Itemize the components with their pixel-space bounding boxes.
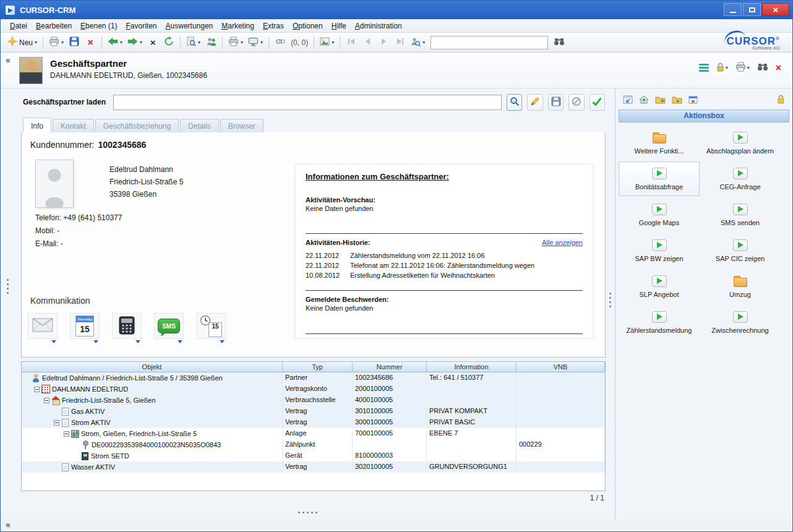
calendar-remove-button[interactable] [688,95,698,106]
header-close-button[interactable]: × [776,63,781,73]
screen-button[interactable]: ▾ [246,35,265,51]
confirm-button[interactable] [589,94,605,111]
action-item[interactable]: SLP Angebot [619,269,700,304]
tab[interactable]: Info [23,118,51,133]
tab[interactable]: Details [180,119,219,132]
refresh-button[interactable] [161,35,176,51]
collapse-bottom-button[interactable]: « [6,520,11,529]
forward-button[interactable]: ▾ [126,35,144,51]
image-button[interactable]: ▾ [318,35,336,51]
expander-icon[interactable] [54,420,59,426]
tab[interactable]: Kontakt [53,119,94,132]
aktionsbox-lock-button[interactable] [777,95,785,106]
folder-add-button[interactable] [655,95,666,106]
alle-anzeigen-link[interactable]: Alle anzeigen [542,239,583,246]
header-print-button[interactable]: ▾ [735,62,750,74]
tab[interactable]: Geschäftsbeziehung [95,119,179,132]
link-button[interactable] [273,35,288,51]
save-button[interactable] [67,35,82,51]
table-row[interactable]: Edeltrud Dahlmann / Friedrich-List-Straß… [22,372,605,384]
action-item[interactable]: Bonitätsabfrage [619,161,700,196]
lock-button[interactable]: ▾ [716,62,728,74]
menu-item[interactable]: Bearbeiten [32,20,76,32]
action-item[interactable]: Abschlagsplan ändern [700,126,781,160]
dropdown-caret-icon[interactable] [178,340,182,343]
nav-prev-button[interactable] [360,35,375,51]
menu-item[interactable]: Auswertungen [161,20,218,32]
save-record-button[interactable] [548,94,564,111]
action-item[interactable]: SAP BW zeigen [619,233,700,268]
task-action-button[interactable]: 15 [196,313,226,339]
back-button[interactable]: ▾ [106,35,124,51]
layout-menu-button[interactable] [699,64,709,72]
tab[interactable]: Browser [220,119,264,132]
menu-item[interactable]: Hilfe [327,20,351,32]
folder-run-button[interactable] [672,95,682,106]
close-button[interactable]: × [762,3,789,16]
column-header[interactable]: VNB [517,362,605,372]
table-row[interactable]: Gas AKTIV Vertrag 3010100005 PRIVAT KOMP… [22,406,605,417]
action-item[interactable]: Google Maps [619,197,700,232]
table-row[interactable]: DE000229353984000100023N5035O0843 Zählpu… [22,439,605,450]
action-item[interactable]: SAP CIC zeigen [700,233,781,268]
column-header[interactable]: Nummer [353,362,427,372]
action-item[interactable]: SMS senden [700,197,781,232]
menu-item[interactable]: Optionen [288,20,327,32]
right-splitter-handle[interactable] [609,293,611,310]
cancel-edit-button[interactable] [568,94,584,111]
search-button[interactable] [507,94,522,111]
email-action-button[interactable] [28,313,58,339]
column-header[interactable]: Objekt [22,362,283,372]
menu-item[interactable]: Administration [351,20,406,32]
action-item[interactable]: Zählerstandsmeldung [619,305,700,340]
sms-action-button[interactable]: SMS [154,313,184,339]
header-search-button[interactable] [757,62,768,73]
action-item[interactable]: Weitere Funkti... [619,126,700,160]
table-row[interactable]: Strom, Gießen, Friedrich-List-Straße 5 A… [22,428,605,439]
table-row[interactable]: Strom SETD Gerät 8100000003 [22,450,605,461]
action-item[interactable]: CEG-Anfrage [700,161,781,196]
minimize-button[interactable] [724,3,742,16]
find-button[interactable] [552,35,567,51]
dropdown-caret-icon[interactable] [93,340,98,343]
nav-next-button[interactable] [376,35,391,51]
calendar-action-button[interactable]: Samstag 15 [70,313,100,339]
dropdown-caret-icon[interactable] [135,340,140,343]
dropdown-caret-icon[interactable] [51,340,56,343]
close-record-button[interactable]: × [145,35,160,51]
menu-item[interactable]: Datei [6,20,32,32]
action-item[interactable]: Zwischenrechnung [700,305,781,340]
action-item[interactable]: Umzug [700,269,781,304]
menu-item[interactable]: Ebenen (1) [76,20,121,32]
nav-last-button[interactable] [392,35,407,51]
nav-first-button[interactable] [344,35,359,51]
toolbar-search-input[interactable] [431,36,548,49]
new-button[interactable]: Neu▾ [6,35,39,51]
column-header[interactable]: Information [427,362,517,372]
horizontal-splitter-handle[interactable] [1,512,615,513]
table-row[interactable]: Friedrich-List-Straße 5, Gießen Verbrauc… [22,395,605,406]
loader-input[interactable] [113,95,502,110]
home-up-button[interactable] [639,95,649,106]
column-header[interactable]: Typ [283,362,353,372]
preview-button[interactable]: ▾ [184,35,202,51]
collapse-left-button[interactable]: « [6,56,11,64]
menu-item[interactable]: Extras [259,20,288,32]
edit-button[interactable] [527,94,542,111]
print-list-button[interactable]: ▾ [226,35,245,51]
expander-icon[interactable] [34,387,40,392]
table-row[interactable]: Wasser AKTIV Vertrag 3020100005 GRUNDVER… [22,461,605,473]
table-row[interactable]: DAHLMANN EDELTRUD Vertragskonto 20001000… [22,384,605,395]
print-button[interactable]: ▾ [47,35,66,51]
left-splitter-handle[interactable] [7,279,9,296]
phone-action-button[interactable] [112,313,142,339]
expander-icon[interactable] [44,398,49,403]
menu-item[interactable]: Favoriten [121,20,161,32]
expander-icon[interactable] [64,431,69,437]
maximize-button[interactable] [743,3,761,16]
table-row[interactable]: Strom AKTIV Vertrag 3000100005 PRIVAT BA… [22,417,605,428]
person-search-button[interactable]: ▾ [408,35,427,51]
delete-button[interactable]: × [83,35,98,51]
menu-item[interactable]: Marketing [217,20,259,32]
dropdown-caret-icon[interactable] [220,340,225,343]
